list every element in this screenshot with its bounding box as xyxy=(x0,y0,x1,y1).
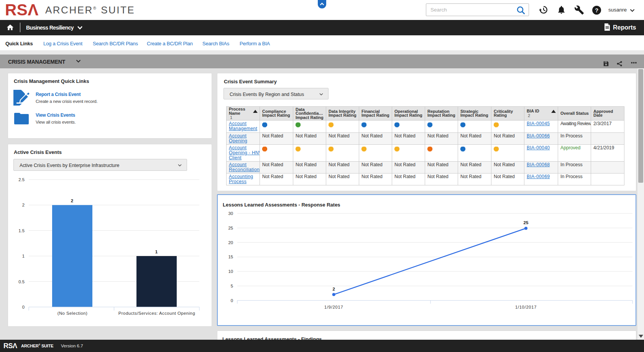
svg-text:2.5: 2.5 xyxy=(18,177,25,182)
svg-text:20: 20 xyxy=(228,240,233,245)
svg-text:0: 0 xyxy=(22,305,25,309)
svg-text:25: 25 xyxy=(228,226,233,230)
svg-text:(No Selection): (No Selection) xyxy=(58,311,88,316)
svg-text:0: 0 xyxy=(231,298,233,303)
svg-text:Products/Services: Account Ope: Products/Services: Account Opening xyxy=(118,311,195,316)
svg-text:1/9/2017: 1/9/2017 xyxy=(324,305,343,309)
svg-text:25: 25 xyxy=(524,220,529,225)
svg-text:15: 15 xyxy=(228,254,233,259)
svg-text:1/10/2017: 1/10/2017 xyxy=(515,305,537,309)
svg-text:1: 1 xyxy=(22,254,25,258)
svg-text:2: 2 xyxy=(22,203,25,207)
svg-text:2: 2 xyxy=(332,287,335,291)
svg-text:10: 10 xyxy=(228,269,233,274)
svg-text:1.5: 1.5 xyxy=(18,228,25,233)
svg-text:30: 30 xyxy=(228,211,233,216)
svg-text:0.5: 0.5 xyxy=(18,279,25,284)
svg-text:5: 5 xyxy=(231,284,233,288)
svg-text:2: 2 xyxy=(71,198,73,203)
svg-text:1: 1 xyxy=(155,250,158,254)
